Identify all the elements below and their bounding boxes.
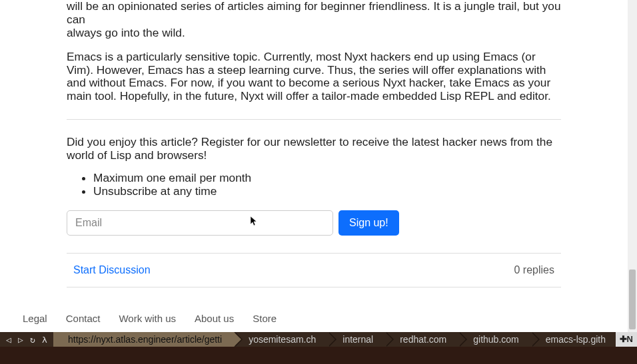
scrollbar-thumb[interactable] xyxy=(629,270,636,329)
nav-back-icon[interactable]: ◁ xyxy=(4,335,13,345)
footer-link-store[interactable]: Store xyxy=(253,313,277,324)
nav-lambda-icon[interactable]: λ xyxy=(40,335,49,345)
scrollbar-track[interactable] xyxy=(628,0,637,332)
article-paragraph: Emacs is a particularly sensitive topic.… xyxy=(67,51,561,104)
email-field[interactable] xyxy=(67,210,333,236)
nav-icons: ◁ ▷ ↻ λ xyxy=(0,332,53,347)
discussion-box: Start Discussion 0 replies xyxy=(67,253,561,287)
footer-link-contact[interactable]: Contact xyxy=(66,313,101,324)
start-discussion-link[interactable]: Start Discussion xyxy=(73,264,151,276)
page-viewport: will be an opinionated series of article… xyxy=(0,0,628,332)
signup-button[interactable]: Sign up! xyxy=(338,210,399,236)
tab[interactable]: emacs-lsp.gith xyxy=(531,332,616,347)
newsletter-intro: Did you enjoy this article? Register for… xyxy=(67,136,561,162)
divider xyxy=(67,119,561,120)
footer-link-about[interactable]: About us xyxy=(195,313,234,324)
reply-count: 0 replies xyxy=(514,264,554,276)
list-item: Maximum one email per month xyxy=(93,172,561,185)
tab-strip: https://nyxt.atlas.engineer/article/gett… xyxy=(53,332,616,347)
status-bottom xyxy=(0,347,637,364)
status-bar: ◁ ▷ ↻ λ https://nyxt.atlas.engineer/arti… xyxy=(0,332,637,364)
tab[interactable]: redhat.com xyxy=(385,332,458,347)
footer-links: Legal Contact Work with us About us Stor… xyxy=(23,313,277,324)
new-tab-button[interactable]: ✚N xyxy=(616,332,637,347)
footer-link-legal[interactable]: Legal xyxy=(23,313,47,324)
article-paragraph-partial: will be an opinionated series of article… xyxy=(67,0,561,40)
status-row: ◁ ▷ ↻ λ https://nyxt.atlas.engineer/arti… xyxy=(0,332,637,347)
newsletter-bullets: Maximum one email per month Unsubscribe … xyxy=(67,172,561,198)
tab-active[interactable]: https://nyxt.atlas.engineer/article/gett… xyxy=(53,332,234,347)
nav-reload-icon[interactable]: ↻ xyxy=(28,335,37,345)
tab[interactable]: github.com xyxy=(458,332,530,347)
text-line: always go into the wild. xyxy=(67,27,561,40)
list-item: Unsubscribe at any time xyxy=(93,185,561,198)
footer-link-work[interactable]: Work with us xyxy=(119,313,176,324)
signup-row: Sign up! xyxy=(67,210,561,236)
text-line: will be an opinionated series of article… xyxy=(67,0,561,27)
tab[interactable]: yosemitesam.ch xyxy=(234,332,328,347)
nav-forward-icon[interactable]: ▷ xyxy=(16,335,25,345)
article-content: will be an opinionated series of article… xyxy=(0,0,628,287)
